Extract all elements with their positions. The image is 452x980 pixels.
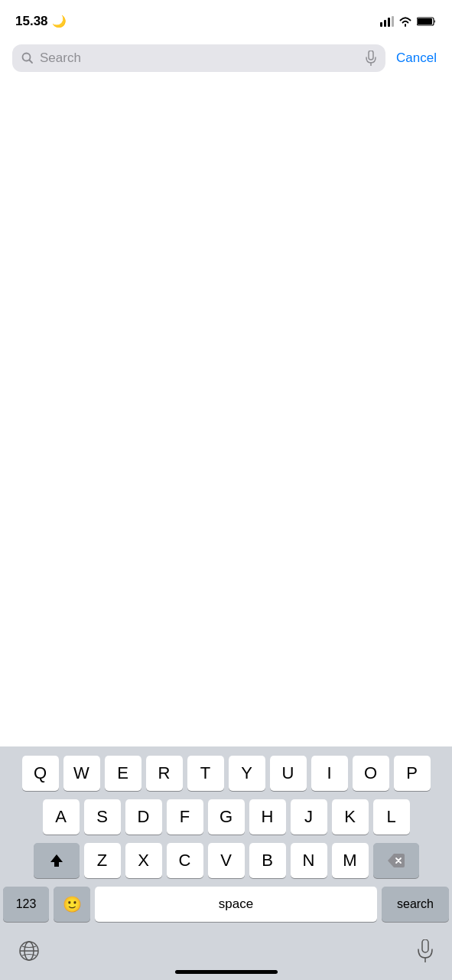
svg-rect-2 bbox=[388, 18, 390, 27]
numbers-key[interactable]: 123 bbox=[3, 887, 49, 922]
status-time: 15.38 bbox=[15, 14, 48, 29]
emoji-key[interactable]: 🙂 bbox=[54, 887, 90, 922]
key-l[interactable]: L bbox=[373, 799, 410, 835]
search-key[interactable]: search bbox=[382, 887, 449, 922]
key-b[interactable]: B bbox=[249, 843, 286, 878]
status-bar: 15.38 🌙 bbox=[0, 0, 452, 38]
space-key[interactable]: space bbox=[95, 887, 377, 922]
key-f[interactable]: F bbox=[167, 799, 203, 835]
key-u[interactable]: U bbox=[270, 756, 307, 791]
keyboard-row-4: 123 🙂 space search bbox=[3, 887, 449, 922]
keyboard-row-3: Z X C V B N M bbox=[3, 843, 449, 878]
keyboard-extras bbox=[3, 930, 449, 970]
svg-rect-0 bbox=[380, 22, 382, 27]
key-v[interactable]: V bbox=[208, 843, 245, 878]
search-input[interactable] bbox=[40, 51, 359, 66]
key-y[interactable]: Y bbox=[229, 756, 265, 791]
key-d[interactable]: D bbox=[125, 799, 162, 835]
key-g[interactable]: G bbox=[208, 799, 245, 835]
microphone-icon[interactable] bbox=[366, 51, 376, 66]
svg-rect-7 bbox=[369, 51, 373, 60]
search-icon bbox=[21, 52, 34, 64]
key-c[interactable]: C bbox=[167, 843, 203, 878]
key-h[interactable]: H bbox=[249, 799, 286, 835]
key-s[interactable]: S bbox=[84, 799, 121, 835]
key-j[interactable]: J bbox=[291, 799, 327, 835]
globe-icon[interactable] bbox=[18, 940, 40, 962]
main-content bbox=[0, 78, 452, 553]
signal-icon bbox=[380, 16, 394, 27]
svg-rect-1 bbox=[384, 20, 386, 27]
key-x[interactable]: X bbox=[125, 843, 162, 878]
home-indicator bbox=[175, 970, 278, 974]
svg-rect-3 bbox=[392, 16, 394, 27]
moon-icon: 🌙 bbox=[52, 15, 67, 28]
search-input-wrapper[interactable] bbox=[12, 44, 385, 72]
wifi-icon bbox=[398, 16, 412, 27]
key-o[interactable]: O bbox=[353, 756, 389, 791]
keyboard-row-2: A S D F G H J K L bbox=[3, 799, 449, 835]
key-k[interactable]: K bbox=[332, 799, 369, 835]
cancel-button[interactable]: Cancel bbox=[393, 51, 440, 66]
svg-rect-5 bbox=[418, 18, 432, 24]
key-z[interactable]: Z bbox=[84, 843, 121, 878]
delete-key[interactable] bbox=[373, 843, 419, 878]
status-icons bbox=[380, 16, 437, 27]
key-i[interactable]: I bbox=[311, 756, 348, 791]
key-r[interactable]: R bbox=[146, 756, 183, 791]
key-p[interactable]: P bbox=[394, 756, 431, 791]
key-m[interactable]: M bbox=[332, 843, 369, 878]
keyboard-mic-icon[interactable] bbox=[417, 939, 434, 962]
search-bar-container: Cancel bbox=[0, 38, 452, 78]
keyboard-row-1: Q W E R T Y U I O P bbox=[3, 756, 449, 791]
keyboard: Q W E R T Y U I O P A S D F G H J K L Z … bbox=[0, 746, 452, 980]
key-n[interactable]: N bbox=[291, 843, 327, 878]
svg-rect-12 bbox=[422, 939, 428, 952]
key-t[interactable]: T bbox=[187, 756, 224, 791]
key-a[interactable]: A bbox=[43, 799, 80, 835]
shift-key[interactable] bbox=[34, 843, 80, 878]
key-w[interactable]: W bbox=[63, 756, 100, 791]
battery-icon bbox=[417, 16, 437, 27]
key-e[interactable]: E bbox=[105, 756, 141, 791]
key-q[interactable]: Q bbox=[22, 756, 59, 791]
